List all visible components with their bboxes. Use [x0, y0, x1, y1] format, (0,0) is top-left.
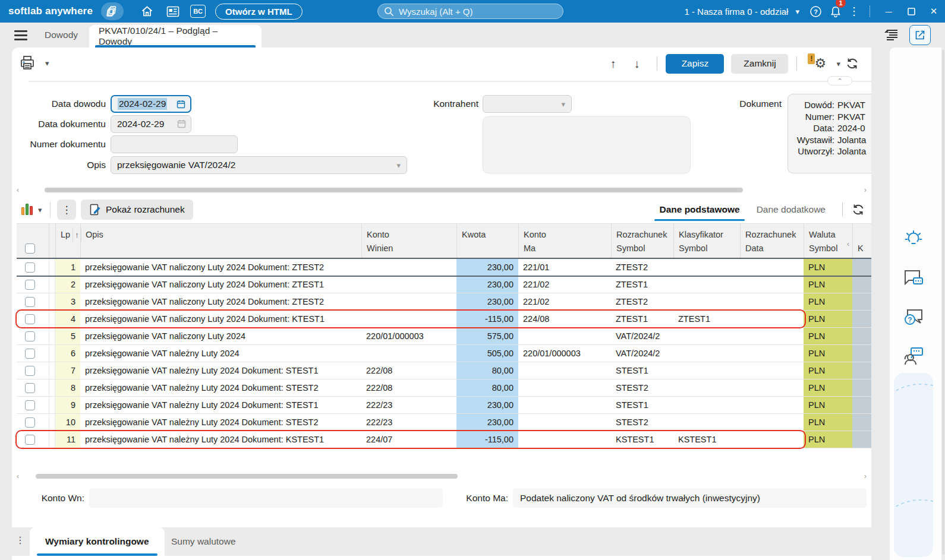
navigate-up-icon[interactable]: ↑	[601, 57, 625, 71]
community-chat-icon[interactable]	[903, 346, 924, 368]
kontrahent-label: Kontrahent	[386, 99, 478, 109]
scroll-left-icon[interactable]: ‹	[17, 186, 19, 194]
column-header-rozrachunek-symbol[interactable]: RozrachunekSymbol	[611, 224, 673, 258]
tab-wymiary-kontrolingowe[interactable]: Wymiary kontrolingowe	[30, 527, 165, 556]
dokument-line-label: Utworzył:	[788, 145, 834, 157]
collapse-header-button[interactable]: ⌃	[827, 76, 852, 86]
company-selector[interactable]: 1 - Nasza firma 0 - oddział	[684, 7, 788, 17]
column-header-lp[interactable]: Lp ↑	[55, 224, 80, 258]
table-row[interactable]: 1 przeksięgowanie VAT naliczony Luty 202…	[17, 259, 871, 276]
column-header-klasyfikator-symbol[interactable]: KlasyfikatorSymbol	[673, 224, 740, 258]
close-button[interactable]: ✕	[922, 0, 945, 23]
news-icon[interactable]	[163, 2, 183, 20]
table-row[interactable]: 9 przeksięgowanie VAT należny Luty 2024 …	[17, 397, 871, 414]
settings-chevron-icon[interactable]: ▾	[836, 59, 840, 68]
search-input[interactable]: Wyszukaj (Alt + Q)	[377, 4, 563, 19]
panel-list-icon[interactable]	[883, 28, 899, 42]
grid-h-scrollbar-top[interactable]: ‹ ›	[12, 186, 871, 194]
column-header-konto-ma[interactable]: KontoMa	[518, 224, 611, 258]
column-header-opis[interactable]: Opis	[80, 224, 361, 258]
table-row[interactable]: 8 przeksięgowanie VAT należny Luty 2024 …	[17, 379, 871, 397]
row-checkbox[interactable]	[25, 366, 35, 376]
table-row[interactable]: 3 przeksięgowanie VAT naliczony Luty 202…	[17, 293, 871, 311]
navigate-down-icon[interactable]: ↓	[625, 57, 648, 71]
table-row[interactable]: 6 przeksięgowanie VAT należny Luty 2024 …	[17, 345, 871, 362]
bottom-tabs-menu-icon[interactable]: ⋮	[14, 534, 26, 546]
hamburger-menu-icon[interactable]	[14, 30, 27, 43]
select-all-checkbox[interactable]	[25, 243, 35, 254]
cell-klasyfikator-symbol	[673, 259, 740, 276]
row-checkbox[interactable]	[25, 417, 35, 428]
bc-icon[interactable]: BC	[190, 5, 206, 18]
column-header-waluta-symbol[interactable]: WalutaSymbol	[804, 224, 852, 258]
grid-h-scrollbar-bottom[interactable]: ‹ ›	[12, 473, 871, 480]
data-label: Data	[745, 242, 799, 255]
row-checkbox[interactable]	[25, 314, 35, 324]
pokaz-rozrachunek-button[interactable]: Pokaż rozrachunek	[81, 200, 193, 220]
row-checkbox[interactable]	[25, 383, 35, 393]
cell-konto-ma	[518, 397, 611, 413]
chart-dropdown-chevron-icon[interactable]: ▾	[38, 205, 42, 214]
scroll-right-icon[interactable]: ›	[864, 473, 867, 480]
maximize-button[interactable]	[900, 0, 922, 23]
calendar-icon[interactable]	[177, 100, 185, 109]
table-row[interactable]: 10 przeksięgowanie VAT należny Luty 2024…	[17, 414, 871, 431]
column-header-rozrachunek-data[interactable]: RozrachunekData	[740, 224, 804, 258]
row-checkbox[interactable]	[25, 435, 35, 445]
share-icon[interactable]	[909, 25, 931, 45]
modules-icon[interactable]	[101, 2, 124, 20]
notifications-bell-icon[interactable]: 1	[826, 2, 846, 20]
feedback-chat-icon[interactable]	[903, 268, 924, 289]
row-checkbox[interactable]	[25, 262, 35, 273]
grid-refresh-icon[interactable]	[851, 203, 865, 217]
table-row[interactable]: 5 przeksięgowanie VAT naliczony Luty 202…	[17, 328, 871, 345]
row-checkbox[interactable]	[25, 349, 35, 359]
print-icon[interactable]	[19, 55, 36, 71]
kontrahent-notes-field[interactable]	[483, 116, 691, 173]
refresh-icon[interactable]	[845, 56, 865, 71]
row-checkbox[interactable]	[25, 280, 35, 290]
scrollbar-thumb[interactable]	[45, 188, 743, 192]
tab-sumy-walutowe[interactable]: Sumy walutowe	[159, 527, 248, 556]
column-header-konto-winien[interactable]: KontoWinien	[361, 224, 456, 258]
close-document-button[interactable]: Zamknij	[731, 54, 788, 74]
help-chat-icon[interactable]: ?	[903, 307, 924, 328]
column-header-kwota[interactable]: Kwota	[456, 224, 518, 258]
settings-gear-icon[interactable]: ⚙!	[809, 56, 831, 71]
row-checkbox[interactable]	[25, 400, 35, 410]
table-row[interactable]: 11 przeksięgowanie VAT należny Luty 2024…	[17, 431, 871, 448]
save-button[interactable]: Zapisz	[666, 54, 724, 74]
tab-dowody[interactable]: Dowody	[45, 23, 78, 48]
open-in-html-button[interactable]: Otwórz w HTML	[215, 4, 303, 20]
chevron-down-icon[interactable]: ▾	[795, 7, 799, 16]
numer-dokumentu-field[interactable]	[111, 135, 238, 153]
vertical-scrollbar[interactable]	[942, 50, 944, 555]
kontrahent-select[interactable]: ▾	[483, 95, 572, 113]
home-icon[interactable]	[137, 2, 157, 20]
bottom-tab-bar: ⋮ Wymiary kontrolingowe Sumy walutowe	[12, 527, 871, 556]
column-chart-icon[interactable]	[21, 203, 33, 215]
print-dropdown-chevron-icon[interactable]: ▾	[45, 59, 49, 68]
scroll-left-icon[interactable]: ‹	[17, 473, 19, 480]
cell-konto-ma: 224/08	[518, 311, 611, 327]
tips-lightbulb-icon[interactable]	[903, 229, 924, 250]
minimize-button[interactable]: ─	[877, 0, 900, 23]
table-row[interactable]: 4 przeksięgowanie VAT naliczony Luty 202…	[17, 311, 871, 328]
tab-dane-dodatkowe[interactable]: Dane dodatkowe	[748, 198, 834, 221]
help-icon[interactable]: ?	[805, 2, 826, 20]
grid-more-button[interactable]: ⋮	[57, 200, 76, 220]
collapse-columns-icon[interactable]: ‹	[847, 239, 849, 248]
column-header-k[interactable]: K	[852, 224, 871, 258]
row-checkbox[interactable]	[25, 331, 35, 341]
tab-active-pkvat[interactable]: PKVAT/010/24/1 – Podgląd – Dowody	[89, 25, 262, 48]
data-dowodu-field[interactable]: 2024-02-29	[111, 95, 191, 113]
scroll-right-icon[interactable]: ›	[864, 186, 867, 194]
table-row[interactable]: 2 przeksięgowanie VAT naliczony Luty 202…	[17, 276, 871, 293]
row-checkbox[interactable]	[25, 297, 35, 307]
tab-dane-podstawowe[interactable]: Dane podstawowe	[651, 198, 748, 221]
opis-select[interactable]: przeksięgowanie VAT/2024/2 ▾	[111, 156, 407, 174]
cell-kwota: 230,00	[456, 259, 518, 276]
table-row[interactable]: 7 przeksięgowanie VAT należny Luty 2024 …	[17, 362, 871, 379]
more-menu-icon[interactable]: ⋮	[846, 5, 862, 18]
scrollbar-thumb[interactable]	[36, 474, 458, 479]
